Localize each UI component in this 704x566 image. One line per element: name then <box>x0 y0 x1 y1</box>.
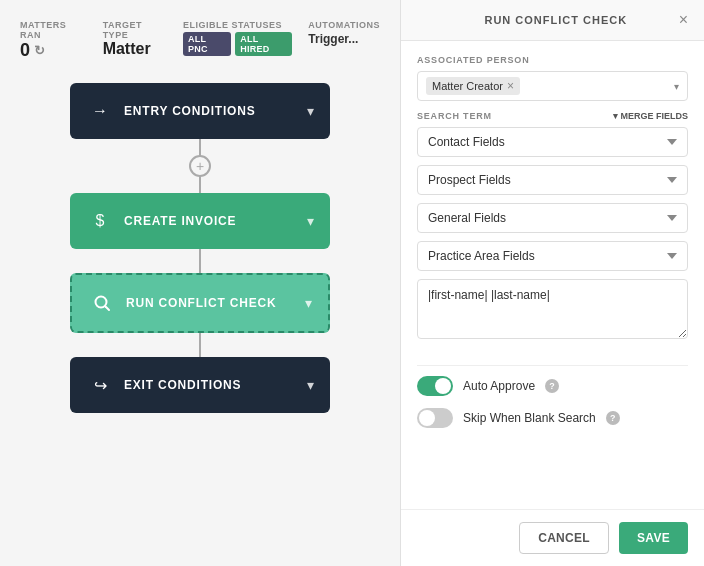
matters-ran-value: 0 ↻ <box>20 40 45 61</box>
svg-line-1 <box>106 307 110 311</box>
connector-3 <box>199 333 201 357</box>
search-text-area[interactable]: |first-name| |last-name| <box>417 279 688 339</box>
entry-chevron-icon: ▾ <box>307 103 314 119</box>
skip-blank-help-icon[interactable]: ? <box>606 411 620 425</box>
auto-approve-label: Auto Approve <box>463 379 535 393</box>
prospect-fields-select[interactable]: Prospect Fields <box>417 165 688 195</box>
create-invoice-block[interactable]: $ CREATE INVOICE ▾ <box>70 193 330 249</box>
stats-bar: MATTERS RAN 0 ↻ TARGET TYPE Matter ELIGI… <box>20 10 380 73</box>
conflict-label: RUN CONFLICT CHECK <box>126 296 276 310</box>
refresh-icon[interactable]: ↻ <box>34 43 45 58</box>
save-button[interactable]: SAVE <box>619 522 688 554</box>
auto-approve-toggle[interactable] <box>417 376 453 396</box>
contact-fields-select[interactable]: Contact Fields <box>417 127 688 157</box>
invoice-icon: $ <box>86 207 114 235</box>
conflict-icon <box>88 289 116 317</box>
matter-creator-text: Matter Creator <box>432 80 503 92</box>
invoice-label: CREATE INVOICE <box>124 214 236 228</box>
remove-matter-creator-button[interactable]: × <box>507 79 514 93</box>
target-type-label: TARGET TYPE <box>103 20 167 40</box>
entry-conditions-block[interactable]: → ENTRY CONDITIONS ▾ <box>70 83 330 139</box>
target-type-value: Matter <box>103 40 151 58</box>
panel-header: RUN CONFLICT CHECK × <box>401 0 704 41</box>
workflow-container: → ENTRY CONDITIONS ▾ + $ CREATE INVOICE … <box>20 73 380 423</box>
invoice-chevron-icon: ▾ <box>307 213 314 229</box>
matters-ran-label: MATTERS RAN <box>20 20 87 40</box>
exit-icon: ↪ <box>86 371 114 399</box>
exit-chevron-icon: ▾ <box>307 377 314 393</box>
eligible-statuses-stat: ELIGIBLE STATUSES ALL PNC ALL HIRED <box>183 20 292 56</box>
connector-2 <box>199 249 201 273</box>
run-conflict-check-block[interactable]: RUN CONFLICT CHECK ▾ <box>70 273 330 333</box>
exit-label: EXIT CONDITIONS <box>124 378 241 392</box>
close-button[interactable]: × <box>679 12 688 28</box>
skip-blank-toggle[interactable] <box>417 408 453 428</box>
connector-1: + <box>199 139 201 193</box>
badge-all-pnc: ALL PNC <box>183 32 231 56</box>
right-panel: RUN CONFLICT CHECK × ASSOCIATED PERSON M… <box>400 0 704 566</box>
trigger-value: Trigger... <box>308 32 358 46</box>
entry-icon: → <box>86 97 114 125</box>
panel-title: RUN CONFLICT CHECK <box>433 14 679 26</box>
conflict-chevron-icon: ▾ <box>305 295 312 311</box>
entry-label: ENTRY CONDITIONS <box>124 104 255 118</box>
automations-label: AUTOMATIONS <box>308 20 380 30</box>
merge-fields-button[interactable]: ▾ MERGE FIELDS <box>613 111 688 121</box>
matters-ran-stat: MATTERS RAN 0 ↻ <box>20 20 87 61</box>
divider-1 <box>417 365 688 366</box>
search-term-label: SEARCH TERM <box>417 111 492 121</box>
cancel-button[interactable]: CANCEL <box>519 522 609 554</box>
target-type-stat: TARGET TYPE Matter <box>103 20 167 58</box>
eligible-badges: ALL PNC ALL HIRED <box>183 32 292 56</box>
panel-body: ASSOCIATED PERSON Matter Creator × ▾ SEA… <box>401 41 704 509</box>
associated-person-label: ASSOCIATED PERSON <box>417 55 688 65</box>
associated-person-select[interactable]: Matter Creator × ▾ <box>417 71 688 101</box>
automations-stat: AUTOMATIONS Trigger... <box>308 20 380 46</box>
practice-area-fields-select[interactable]: Practice Area Fields <box>417 241 688 271</box>
eligible-statuses-label: ELIGIBLE STATUSES <box>183 20 282 30</box>
general-fields-select[interactable]: General Fields <box>417 203 688 233</box>
auto-approve-help-icon[interactable]: ? <box>545 379 559 393</box>
auto-approve-row: Auto Approve ? <box>417 376 688 396</box>
search-term-header: SEARCH TERM ▾ MERGE FIELDS <box>417 111 688 121</box>
matter-creator-chip: Matter Creator × <box>426 77 520 95</box>
exit-conditions-block[interactable]: ↪ EXIT CONDITIONS ▾ <box>70 357 330 413</box>
skip-blank-row: Skip When Blank Search ? <box>417 408 688 428</box>
badge-all-hired: ALL HIRED <box>235 32 292 56</box>
panel-footer: CANCEL SAVE <box>401 509 704 566</box>
associated-person-arrow-icon: ▾ <box>674 81 679 92</box>
left-panel: MATTERS RAN 0 ↻ TARGET TYPE Matter ELIGI… <box>0 0 400 566</box>
add-step-button-1[interactable]: + <box>189 155 211 177</box>
skip-blank-label: Skip When Blank Search <box>463 411 596 425</box>
